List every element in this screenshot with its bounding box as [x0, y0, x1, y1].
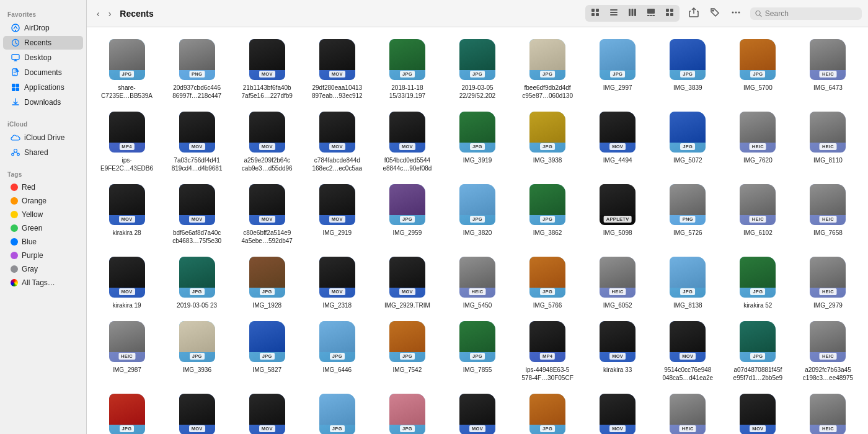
- file-name: IMG_7658: [813, 229, 843, 237]
- file-item[interactable]: MOV kirakira 49: [724, 388, 792, 434]
- file-item[interactable]: HEIC IMG_7658: [794, 179, 862, 249]
- file-item[interactable]: JPG IMG_5700: [724, 33, 792, 104]
- file-item[interactable]: JPG IMG_5072: [654, 106, 722, 176]
- file-item[interactable]: MOV IMG_5797: [163, 388, 231, 434]
- file-item[interactable]: HEIC IMG_7663: [654, 388, 722, 434]
- file-item[interactable]: JPG 2018-11-18 15/33/19.197: [373, 33, 441, 104]
- back-button[interactable]: ‹: [93, 6, 104, 21]
- sidebar-item-all-tags[interactable]: All Tags…: [3, 277, 83, 289]
- sidebar-item-green[interactable]: Green: [3, 222, 83, 234]
- file-item[interactable]: MOV kirakira 28: [93, 179, 161, 249]
- file-item[interactable]: HEIC IMG_6052: [584, 251, 652, 313]
- sidebar-item-shared[interactable]: Shared: [3, 146, 83, 159]
- file-item[interactable]: MOV kirakira 19: [93, 251, 161, 313]
- file-item[interactable]: MOV f054bcd0ed5544 e8844c…90ef08d: [373, 106, 441, 176]
- file-item[interactable]: JPG IMG_6446: [303, 316, 371, 386]
- file-item[interactable]: MP4 ips- E9FE2C…43EDB6: [93, 106, 161, 176]
- file-item[interactable]: JPG IMG_2997: [584, 33, 652, 104]
- file-item[interactable]: JPG IMG_7855: [443, 316, 511, 386]
- file-thumbnail: JPG: [385, 37, 430, 82]
- file-item[interactable]: MOV 7a03c756df4d41 819cd4…d4b9681: [163, 106, 231, 176]
- file-item[interactable]: JPG 2019-03-05 23: [163, 251, 231, 313]
- more-button[interactable]: [727, 5, 745, 22]
- file-item[interactable]: HEIC a2092fc7b63a45 c198c3…ee48975: [794, 316, 862, 386]
- icloud-drive-label: iCloud Drive: [24, 133, 64, 142]
- file-item[interactable]: JPG IMG_5766: [514, 251, 582, 313]
- file-item[interactable]: HEIC IMG_6102: [724, 179, 792, 249]
- file-item[interactable]: MOV bdf6e6af8d7a40c cb4683…75f5e30: [163, 179, 231, 249]
- file-type-badge: MOV: [329, 71, 345, 78]
- file-item[interactable]: HEIC IMG_8110: [794, 106, 862, 176]
- file-item[interactable]: HEIC IMG_7620: [724, 106, 792, 176]
- file-item[interactable]: JPG IMG_3862: [514, 179, 582, 249]
- file-item[interactable]: JPG IMG_3919: [443, 106, 511, 176]
- file-item[interactable]: HEIC IMG_2987: [93, 316, 161, 386]
- sidebar-item-recents[interactable]: Recents: [3, 36, 83, 50]
- file-item[interactable]: JPG kirakira 52: [724, 251, 792, 313]
- file-item[interactable]: PNG 20d937cbd6c446 86997f…218c447: [163, 33, 231, 104]
- forward-button[interactable]: ›: [105, 6, 115, 21]
- file-item[interactable]: MOV 29df280eaa10413 897eab…93ec912: [303, 33, 371, 104]
- file-item[interactable]: MOV kirakira 33: [584, 316, 652, 386]
- file-item[interactable]: MOV IMG_2919: [303, 179, 371, 249]
- file-item[interactable]: JPG share- C7235E…BB539A: [93, 33, 161, 104]
- file-item[interactable]: JPG IMG_3938: [514, 106, 582, 176]
- file-item[interactable]: HEIC IMG_6473: [794, 33, 862, 104]
- file-item[interactable]: JPG IMG_8138: [654, 251, 722, 313]
- file-item[interactable]: JPG IMG_7542: [373, 316, 441, 386]
- sidebar-item-icloud-drive[interactable]: iCloud Drive: [3, 131, 83, 144]
- file-item[interactable]: HEIC IMG_2979: [794, 251, 862, 313]
- file-item[interactable]: MOV c784fabcde844d 168ec2…ec0c5aa: [303, 106, 371, 176]
- file-item[interactable]: MOV 22bc1243831f43 6ba221…8ac72aef: [443, 388, 511, 434]
- file-item[interactable]: MOV c80e6bff2a514e9 4a5ebe…592db47: [233, 179, 301, 249]
- file-item[interactable]: MOV 21b1143bf6fa40b 7af5e16…227dfb9: [233, 33, 301, 104]
- sidebar-item-orange[interactable]: Orange: [3, 195, 83, 207]
- sidebar-item-documents[interactable]: Documents: [3, 66, 83, 79]
- file-item[interactable]: JPG IMG_4549: [93, 388, 161, 434]
- file-item[interactable]: MOV 9514c0cc76e948 048ca5…d41ea2e: [654, 316, 722, 386]
- file-item[interactable]: JPG IMG_2959: [373, 179, 441, 249]
- file-icon: JPG: [249, 257, 285, 298]
- share-button[interactable]: [684, 5, 703, 22]
- sidebar-item-desktop[interactable]: Desktop: [3, 51, 83, 64]
- file-item[interactable]: JPG 53b2042f96a347 a5bbad…ff0d9301: [514, 388, 582, 434]
- file-item[interactable]: MOV IMG_2929.TRIM: [373, 251, 441, 313]
- file-item[interactable]: JPG IMG_3936: [163, 316, 231, 386]
- file-item[interactable]: MP4 ips-44948E63-5 578-4F…30F05CF: [514, 316, 582, 386]
- file-item[interactable]: HEIC a45c7c3ffb3f497 09ce8c…c191b07: [794, 388, 862, 434]
- file-item[interactable]: JPG 2019-03-05 22/29/52.202: [443, 33, 511, 104]
- file-item[interactable]: MOV 727f31147d8344 d7b556…6b2de23: [584, 388, 652, 434]
- file-item[interactable]: MOV IMG_4494: [584, 106, 652, 176]
- sidebar-item-applications[interactable]: Applications: [3, 81, 83, 94]
- view-group-button[interactable]: [661, 6, 678, 20]
- file-item[interactable]: JPG IMG_5827: [233, 316, 301, 386]
- sidebar-item-yellow[interactable]: Yellow: [3, 208, 83, 221]
- file-type-badge: JPG: [330, 353, 345, 360]
- file-item[interactable]: HEIC IMG_5450: [443, 251, 511, 313]
- file-item[interactable]: JPG IMG_3820: [443, 179, 511, 249]
- file-item[interactable]: JPG IMG_3839: [654, 33, 722, 104]
- sidebar-item-downloads[interactable]: Downloads: [3, 95, 83, 109]
- file-item[interactable]: JPG IMG_7856: [303, 388, 371, 434]
- file-item[interactable]: JPG 9ff978526a434c e2ad59…d0c7337: [373, 388, 441, 434]
- file-item[interactable]: JPG IMG_1928: [233, 251, 301, 313]
- sidebar-item-gray[interactable]: Gray: [3, 263, 83, 275]
- tag-button[interactable]: [706, 5, 724, 22]
- sidebar-item-purple[interactable]: Purple: [3, 249, 83, 262]
- search-input[interactable]: [765, 9, 857, 18]
- file-item[interactable]: MOV a259e209f2b64c cab9e3…d55dd96: [233, 106, 301, 176]
- file-item[interactable]: MOV IMG_2318: [303, 251, 371, 313]
- view-list-button[interactable]: [605, 6, 622, 20]
- file-item[interactable]: MOV IMG_6039: [233, 388, 301, 434]
- sidebar-item-airdrop[interactable]: AirDrop: [3, 21, 83, 35]
- sidebar-item-blue[interactable]: Blue: [3, 236, 83, 248]
- view-columns-button[interactable]: [624, 6, 641, 20]
- file-item[interactable]: JPG fbee6df9db2d4df c95e87…060d130: [514, 33, 582, 104]
- file-item[interactable]: JPG a07d4870881f45f e95f7d1…2bb5e9: [724, 316, 792, 386]
- view-icons-button[interactable]: [587, 6, 604, 20]
- file-item[interactable]: PNG IMG_5726: [654, 179, 722, 249]
- file-item[interactable]: APPLETV IMG_5098: [584, 179, 652, 249]
- sidebar-item-red[interactable]: Red: [3, 181, 83, 193]
- file-icon: MOV: [179, 184, 215, 225]
- view-gallery-button[interactable]: [642, 6, 660, 20]
